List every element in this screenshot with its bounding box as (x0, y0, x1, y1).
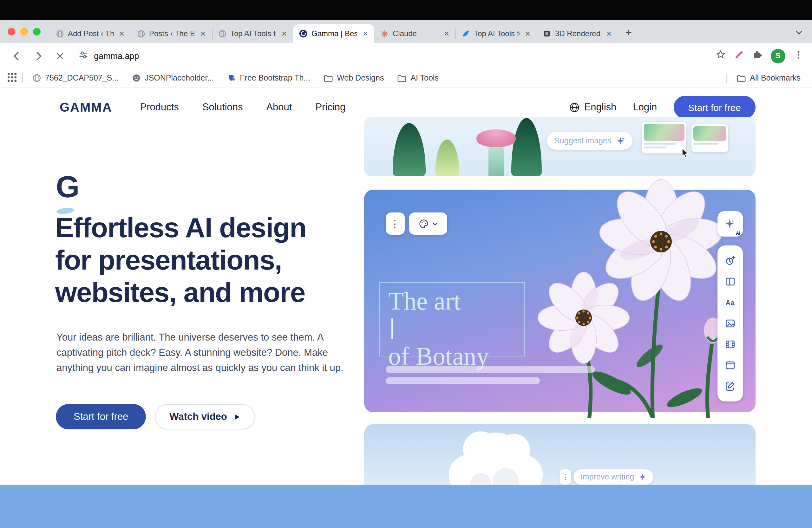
editor-side-toolbar: Aa (717, 246, 743, 401)
close-tab-icon[interactable]: ✕ (361, 29, 370, 38)
login-link[interactable]: Login (633, 102, 657, 113)
tab-search-chevron-icon[interactable] (792, 25, 806, 39)
site-info-icon[interactable] (79, 50, 88, 62)
tab-top-ai-tools-2[interactable]: Top AI Tools for Stu ✕ (455, 24, 537, 43)
improve-writing-button[interactable]: Improve writing (574, 469, 653, 485)
image-tool-icon[interactable] (724, 318, 736, 329)
chevron-down-icon (432, 220, 438, 227)
embed-tool-icon[interactable] (724, 360, 736, 371)
apps-grid-icon[interactable] (8, 73, 16, 84)
tab-posts[interactable]: Posts ‹ The Easy Ma ✕ (131, 24, 212, 43)
tab-title: Add Post ‹ The Easy (68, 29, 114, 38)
globe-favicon (136, 29, 145, 38)
tab-top-ai-tools-1[interactable]: Top AI Tools for Stu ✕ (212, 24, 293, 43)
bookmark-label: 7562_DCAP507_S... (45, 74, 119, 83)
nav-link-about[interactable]: About (266, 102, 292, 113)
menu-kebab-icon[interactable] (794, 50, 803, 62)
forward-button[interactable] (29, 47, 47, 65)
mushroom-illustration (393, 123, 426, 176)
watch-video-button[interactable]: Watch video (155, 404, 255, 429)
bookmark-label: JSONPlaceholder... (145, 74, 214, 83)
back-button[interactable] (8, 47, 25, 65)
globe-favicon (55, 29, 64, 38)
ai-label: AI (736, 231, 740, 235)
language-globe-icon (569, 102, 580, 113)
nav-link-pricing[interactable]: Pricing (315, 102, 345, 113)
close-tab-icon[interactable]: ✕ (605, 29, 613, 38)
tab-3d-rendered-study[interactable]: 3D Rendered Study ✕ (537, 24, 618, 43)
improve-writing-label: Improve writing (580, 472, 634, 481)
bookmark-folder-ai-tools[interactable]: AI Tools (393, 71, 443, 85)
video-tool-icon[interactable] (724, 339, 736, 350)
tab-title: Top AI Tools for Stu (230, 29, 276, 38)
bookmark-item-dcap[interactable]: 7562_DCAP507_S... (29, 72, 122, 84)
image-suggestion-thumbnail[interactable] (692, 124, 728, 152)
language-selector[interactable]: English (569, 102, 617, 113)
extension-pen-icon[interactable] (734, 49, 744, 62)
close-window-button[interactable] (8, 28, 15, 35)
close-tab-icon[interactable]: ✕ (442, 29, 451, 38)
zoom-window-button[interactable] (33, 28, 41, 35)
bookmark-folder-web-designs[interactable]: Web Designs (320, 71, 388, 85)
drag-handle[interactable]: ⋮ (560, 469, 571, 485)
tab-gamma-active[interactable]: Gamma | Best AI Pre ✕ (293, 24, 374, 43)
schedule-tool-icon[interactable] (724, 255, 736, 266)
layout-tool-icon[interactable] (724, 276, 736, 287)
hero-paragraph: Your ideas are brilliant. The universe d… (56, 330, 347, 376)
skeleton-line (386, 377, 540, 384)
suggest-images-label: Suggest images (554, 136, 611, 145)
nav-link-products[interactable]: Products (140, 102, 179, 113)
botany-slide-card: ⋮ The art of Botany AI (364, 190, 756, 412)
g-letter: G (56, 170, 79, 204)
close-tab-icon[interactable]: ✕ (523, 29, 532, 38)
ai-assistant-badge[interactable]: AI (717, 211, 743, 237)
svg-text:Aa: Aa (726, 299, 735, 307)
minimize-window-button[interactable] (20, 28, 28, 35)
toolbar-right: S (715, 48, 804, 63)
screenshot-stage: Add Post ‹ The Easy ✕ Posts ‹ The Easy M… (0, 0, 812, 528)
close-tab-icon[interactable]: ✕ (117, 29, 126, 38)
site-nav: Products Solutions About Pricing (140, 102, 346, 113)
gamma-g-mark: G (56, 172, 84, 212)
theme-palette-button[interactable] (409, 212, 447, 235)
cursor-pointer-icon (680, 147, 691, 158)
hero-heading: Effortless AI design for presentations, … (55, 211, 306, 308)
nav-link-solutions[interactable]: Solutions (202, 102, 243, 113)
gamma-logo[interactable]: GAMMA (60, 100, 112, 115)
stop-loading-button[interactable] (51, 47, 69, 65)
close-tab-icon[interactable]: ✕ (280, 29, 289, 38)
start-for-free-hero-button[interactable]: Start for free (56, 404, 146, 429)
bookmark-star-icon[interactable] (715, 49, 726, 62)
tab-claude[interactable]: Claude ✕ (374, 24, 455, 43)
text-tool-icon[interactable]: Aa (724, 297, 736, 308)
tab-add-post[interactable]: Add Post ‹ The Easy ✕ (49, 24, 131, 43)
image-suggestion-thumbnail[interactable] (642, 122, 686, 153)
sparkle-icon (639, 473, 647, 481)
claude-favicon (380, 29, 389, 38)
sparkle-icon (616, 136, 625, 145)
thumbnail-image (644, 124, 684, 141)
bookmark-label: Free Bootstrap Th... (240, 74, 310, 83)
new-tab-button[interactable]: + (620, 25, 637, 41)
all-bookmarks-button[interactable]: All Bookmarks (733, 71, 804, 85)
edit-tool-icon[interactable] (724, 381, 736, 392)
extensions-puzzle-icon[interactable] (752, 49, 763, 62)
window-controls (0, 20, 49, 43)
wing-favicon (461, 29, 470, 38)
gamma-favicon (299, 29, 308, 38)
bookmark-item-bootstrap[interactable]: Free Bootstrap Th... (223, 72, 314, 84)
watch-video-label: Watch video (169, 411, 227, 422)
tab-title: Top AI Tools for Stu (474, 29, 520, 38)
bookmark-label: Web Designs (337, 74, 384, 83)
bookmark-item-jsonplaceholder[interactable]: JSONPlaceholder... (128, 72, 218, 84)
mushroom-illustration (435, 140, 459, 176)
mushroom-illustration (476, 129, 516, 147)
profile-avatar[interactable]: S (771, 48, 785, 63)
close-tab-icon[interactable]: ✕ (199, 29, 207, 38)
address-bar[interactable]: gamma.app (72, 46, 712, 65)
slide-title-editor[interactable]: The art of Botany (379, 282, 525, 356)
suggest-images-button[interactable]: Suggest images (547, 132, 632, 150)
bookmarks-bar: 7562_DCAP507_S... JSONPlaceholder... Fre… (0, 69, 812, 88)
start-for-free-header-button[interactable]: Start for free (673, 96, 756, 119)
slide-options-button[interactable]: ⋮ (386, 212, 405, 235)
